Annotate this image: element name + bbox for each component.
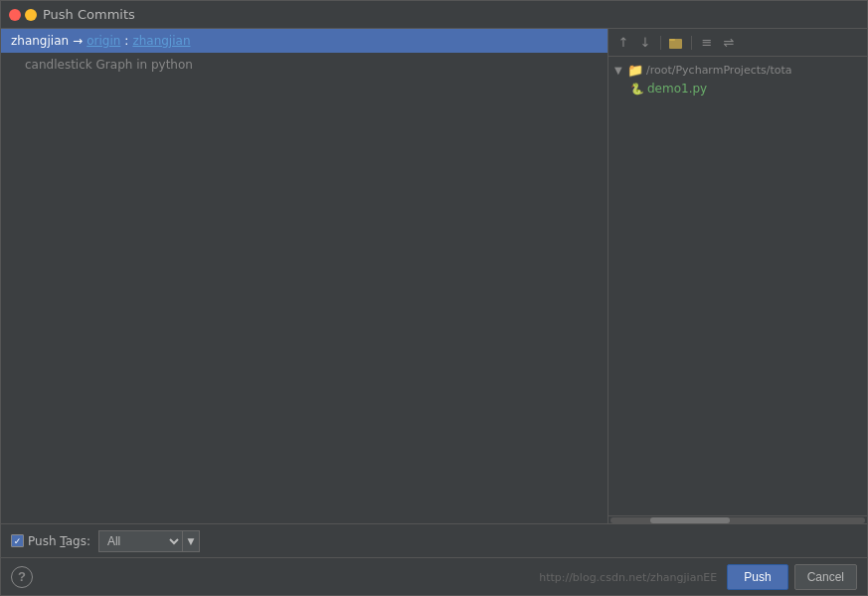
content-area: zhangjian → origin : zhangjian candlesti…: [1, 29, 867, 523]
cancel-button[interactable]: Cancel: [794, 564, 857, 590]
root-path: /root/PycharmProjects/tota: [646, 64, 792, 77]
origin-link[interactable]: origin: [87, 34, 120, 48]
push-commits-dialog: Push Commits zhangjian → origin : zhangj…: [0, 0, 868, 596]
file-item[interactable]: 🐍 demo1.py: [608, 80, 867, 98]
commits-panel: zhangjian → origin : zhangjian candlesti…: [1, 29, 608, 523]
tags-select[interactable]: All Annotated None: [98, 530, 182, 552]
python-file-icon: 🐍: [630, 83, 644, 96]
list-icon[interactable]: ≡: [698, 34, 716, 52]
close-button[interactable]: [9, 9, 21, 21]
push-tags-label: Push Tags:: [28, 534, 90, 548]
help-button[interactable]: ?: [11, 566, 33, 588]
watermark-text: http://blog.csdn.net/zhangjianEE: [539, 571, 717, 584]
horizontal-scrollbar[interactable]: [610, 517, 865, 523]
horizontal-scrollbar-area: [608, 515, 867, 523]
push-up-icon[interactable]: ↑: [614, 34, 632, 52]
action-buttons: Push Cancel: [727, 564, 857, 590]
minimize-button[interactable]: [25, 9, 37, 21]
right-toolbar: ↑ ↓ ≡ ⇌: [608, 29, 867, 57]
push-button[interactable]: Push: [727, 564, 787, 590]
file-name-label: demo1.py: [647, 82, 707, 96]
file-tree-panel: ↑ ↓ ≡ ⇌ ▼ 📁 /root/PycharmProje: [608, 29, 867, 523]
tags-dropdown: All Annotated None ▼: [98, 530, 200, 552]
toolbar-separator-2: [691, 36, 692, 50]
title-bar: Push Commits: [1, 1, 867, 29]
footer-bar: ? http://blog.csdn.net/zhangjianEE Push …: [1, 557, 867, 595]
push-down-icon[interactable]: ↓: [636, 34, 654, 52]
branch-name-link[interactable]: zhangjian: [132, 34, 190, 48]
commit-message: candlestick Graph in python: [25, 58, 193, 72]
tags-dropdown-button[interactable]: ▼: [182, 530, 200, 552]
commit-item: candlestick Graph in python: [1, 53, 608, 77]
arrow-icon: →: [73, 34, 83, 48]
toolbar-separator-1: [660, 36, 661, 50]
push-tags-checkbox-group: Push Tags:: [11, 534, 90, 548]
root-folder[interactable]: ▼ 📁 /root/PycharmProjects/tota: [608, 61, 867, 80]
scrollbar-thumb: [650, 517, 730, 523]
options-bar: Push Tags: All Annotated None ▼: [1, 523, 867, 557]
expand-arrow-icon: ▼: [614, 65, 624, 76]
svg-rect-1: [669, 39, 675, 41]
window-controls: [9, 9, 37, 21]
folder-glyph: 📁: [627, 63, 643, 78]
footer-center: http://blog.csdn.net/zhangjianEE: [33, 570, 727, 584]
commit-header-row[interactable]: zhangjian → origin : zhangjian: [1, 29, 608, 53]
push-tags-checkbox[interactable]: [11, 534, 24, 547]
branch-from-label: zhangjian: [11, 34, 69, 48]
file-tree: ▼ 📁 /root/PycharmProjects/tota 🐍 demo1.p…: [608, 57, 867, 515]
colon-separator: :: [124, 34, 128, 48]
dialog-title: Push Commits: [43, 7, 135, 22]
folder-icon[interactable]: [667, 34, 685, 52]
expand-icon[interactable]: ⇌: [720, 34, 738, 52]
commit-list: zhangjian → origin : zhangjian candlesti…: [1, 29, 608, 523]
